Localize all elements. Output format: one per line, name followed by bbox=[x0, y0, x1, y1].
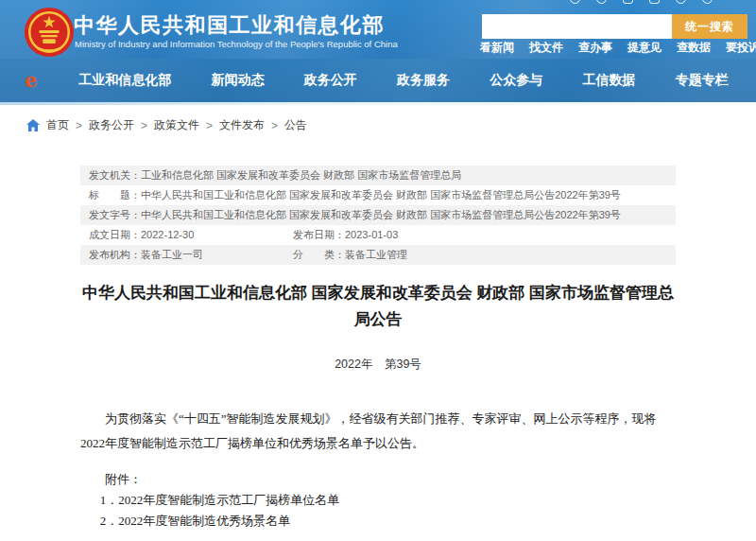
quick-link-services[interactable]: 查办事 bbox=[578, 40, 612, 56]
header-mini-icon-1[interactable] bbox=[570, 0, 580, 4]
meta-row-title: 标 题：中华人民共和国工业和信息化部 国家发展和改革委员会 财政部 国家市场监督… bbox=[80, 185, 676, 205]
breadcrumb-gov-disclosure[interactable]: 政务公开 bbox=[89, 117, 134, 133]
breadcrumb-separator: > bbox=[206, 119, 213, 132]
quick-links: 看新闻 找文件 查办事 提意见 查数据 要投诉 bbox=[480, 40, 756, 56]
meta-label: 发文机关： bbox=[89, 169, 141, 181]
quick-link-data[interactable]: 查数据 bbox=[677, 40, 711, 56]
document-meta-table: 发文机关：工业和信息化部 国家发展和改革委员会 财政部 国家市场监督管理总局 标… bbox=[80, 166, 676, 265]
search-bar: 统一搜索 bbox=[482, 14, 747, 39]
meta-value: 工业和信息化部 国家发展和改革委员会 财政部 国家市场监督管理总局 bbox=[141, 169, 461, 181]
attachment-link-2[interactable]: 2．2022年度智能制造优秀场景名单 bbox=[80, 511, 676, 532]
header-mini-icon-4[interactable] bbox=[649, 0, 660, 4]
breadcrumb-current: 公告 bbox=[284, 117, 307, 133]
meta-value: 装备工业一司 bbox=[141, 249, 203, 260]
meta-row-publisher: 发布机构：装备工业一司 分 类：装备工业管理 bbox=[80, 245, 676, 265]
article-body: 为贯彻落实《“十四五”智能制造发展规划》，经省级有关部门推荐、专家评审、网上公示… bbox=[80, 407, 676, 456]
search-input[interactable] bbox=[482, 14, 672, 39]
nav-bottom-strip bbox=[0, 102, 756, 105]
meta-label: 发布机构： bbox=[89, 249, 141, 260]
article-paragraph: 为贯彻落实《“十四五”智能制造发展规划》，经省级有关部门推荐、专家评审、网上公示… bbox=[80, 407, 676, 456]
nav-item-public-participation[interactable]: 公众参与 bbox=[490, 72, 542, 89]
nav-item-special-topics[interactable]: 专题专栏 bbox=[676, 72, 729, 89]
meta-label: 分 类： bbox=[293, 249, 345, 260]
meta-label: 发文字号： bbox=[89, 209, 141, 220]
quick-link-opinions[interactable]: 提意见 bbox=[627, 40, 662, 56]
meta-value: 中华人民共和国工业和信息化部 国家发展和改革委员会 财政部 国家市场监督管理总局… bbox=[141, 209, 621, 220]
breadcrumb-separator: > bbox=[141, 119, 147, 132]
site-title: 中华人民共和国工业和信息化部 bbox=[74, 11, 385, 40]
breadcrumb-doc-release[interactable]: 文件发布 bbox=[219, 117, 265, 133]
breadcrumb-separator: > bbox=[271, 119, 278, 132]
nav-item-miit[interactable]: 工业和信息化部 bbox=[78, 72, 171, 89]
national-emblem-icon bbox=[24, 7, 75, 58]
home-icon[interactable] bbox=[26, 119, 40, 131]
breadcrumb: 首页 > 政务公开 > 政策文件 > 文件发布 > 公告 bbox=[26, 117, 307, 133]
meta-value: 中华人民共和国工业和信息化部 国家发展和改革委员会 财政部 国家市场监督管理总局… bbox=[141, 189, 621, 201]
quick-link-files[interactable]: 找文件 bbox=[529, 40, 563, 56]
quick-link-news[interactable]: 看新闻 bbox=[480, 40, 514, 56]
miit-e-logo-icon: e bbox=[23, 67, 39, 93]
meta-row-dates: 成文日期：2022-12-30 发布日期：2023-01-03 bbox=[80, 225, 676, 245]
meta-value: 2022-12-30 bbox=[141, 229, 194, 240]
nav-item-news[interactable]: 新闻动态 bbox=[211, 72, 264, 89]
attachments-section: 附件： 1．2022年度智能制造示范工厂揭榜单位名单 2．2022年度智能制造优… bbox=[80, 469, 676, 532]
meta-label: 标 题： bbox=[89, 189, 141, 201]
breadcrumb-policy-docs[interactable]: 政策文件 bbox=[154, 117, 199, 133]
header-mini-icons bbox=[570, 0, 713, 4]
main-nav: e 工业和信息化部 新闻动态 政务公开 政务服务 公众参与 工信数据 专题专栏 bbox=[0, 59, 756, 102]
site-subtitle: Ministry of Industry and Information Tec… bbox=[75, 39, 398, 49]
nav-item-gov-disclosure[interactable]: 政务公开 bbox=[304, 72, 357, 89]
meta-value: 装备工业管理 bbox=[345, 249, 407, 260]
header-mini-icon-2[interactable] bbox=[596, 0, 607, 4]
breadcrumb-home[interactable]: 首页 bbox=[46, 117, 69, 133]
meta-label: 成文日期： bbox=[89, 229, 141, 240]
breadcrumb-separator: > bbox=[76, 119, 82, 132]
document-number: 2022年 第39号 bbox=[80, 357, 676, 373]
header-mini-icon-5[interactable] bbox=[676, 0, 686, 4]
nav-item-gov-services[interactable]: 政务服务 bbox=[397, 72, 450, 89]
header-mini-icon-3[interactable] bbox=[623, 0, 633, 4]
quick-link-complaints[interactable]: 要投诉 bbox=[726, 40, 756, 56]
meta-label: 发布日期： bbox=[293, 229, 345, 240]
attachments-heading: 附件： bbox=[80, 469, 676, 490]
nav-item-miit-data[interactable]: 工信数据 bbox=[583, 72, 636, 89]
search-button[interactable]: 统一搜索 bbox=[672, 14, 747, 39]
page-title: 中华人民共和国工业和信息化部 国家发展和改革委员会 财政部 国家市场监督管理总局… bbox=[80, 280, 676, 333]
meta-row-doc-number: 发文字号：中华人民共和国工业和信息化部 国家发展和改革委员会 财政部 国家市场监… bbox=[80, 205, 676, 225]
meta-row-issuing-agency: 发文机关：工业和信息化部 国家发展和改革委员会 财政部 国家市场监督管理总局 bbox=[80, 166, 676, 185]
header-mini-icon-6[interactable] bbox=[702, 0, 713, 4]
header-banner: 中华人民共和国工业和信息化部 Ministry of Industry and … bbox=[0, 0, 756, 59]
meta-value: 2023-01-03 bbox=[345, 229, 398, 240]
attachment-link-1[interactable]: 1．2022年度智能制造示范工厂揭榜单位名单 bbox=[80, 490, 676, 511]
